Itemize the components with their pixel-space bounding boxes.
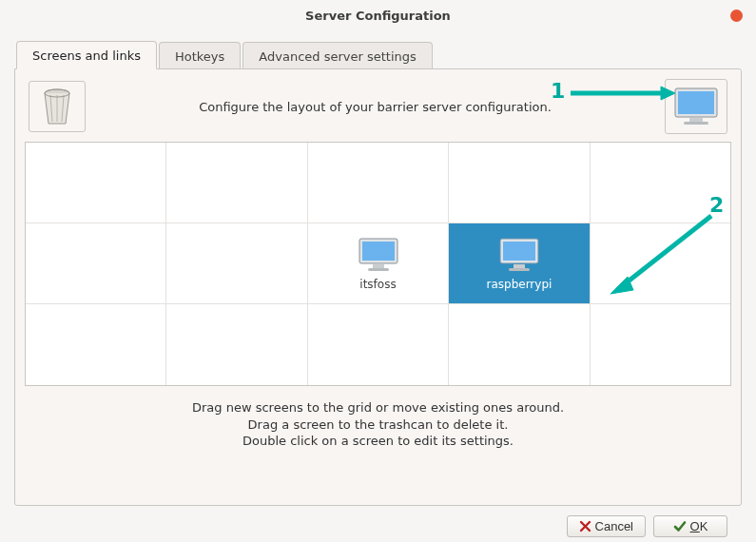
grid-cell[interactable]: [449, 304, 590, 385]
grid-cell[interactable]: [166, 223, 307, 304]
svg-marker-18: [661, 87, 675, 100]
screens-panel: Configure the layout of your barrier ser…: [14, 68, 742, 506]
grid-cell[interactable]: [166, 143, 307, 223]
annotation-number-1: 1: [551, 79, 565, 103]
tab-label: Advanced server settings: [259, 49, 416, 64]
grid-cell-raspberrypi[interactable]: raspberrypi: [449, 223, 590, 304]
ok-icon: [673, 520, 687, 532]
grid-cell[interactable]: [26, 304, 166, 385]
svg-rect-6: [678, 91, 714, 114]
svg-rect-11: [373, 264, 384, 268]
close-icon[interactable]: [730, 10, 743, 22]
tab-label: Hotkeys: [175, 49, 224, 64]
svg-rect-14: [503, 242, 535, 261]
monitor-icon: [497, 236, 541, 274]
monitor-icon: [672, 86, 720, 127]
grid-cell[interactable]: [26, 223, 166, 304]
screen-label: itsfoss: [359, 278, 396, 291]
button-label: OK: [690, 519, 708, 533]
dialog-button-row: Cancel OK: [14, 506, 742, 537]
tab-bar: Screens and links Hotkeys Advanced serve…: [14, 40, 742, 68]
tab-advanced-server-settings[interactable]: Advanced server settings: [242, 42, 432, 69]
svg-rect-15: [514, 264, 525, 268]
grid-cell[interactable]: [449, 143, 590, 223]
instruction-text: Configure the layout of your barrier ser…: [199, 100, 552, 114]
grid-cell[interactable]: [308, 143, 449, 223]
svg-rect-7: [689, 118, 703, 122]
svg-rect-8: [684, 122, 708, 125]
cancel-icon: [579, 520, 591, 532]
hint-block: Drag new screens to the grid or move exi…: [25, 386, 731, 454]
grid-cell[interactable]: [166, 304, 307, 385]
cancel-button[interactable]: Cancel: [567, 515, 646, 537]
tab-label: Screens and links: [32, 48, 141, 63]
window-title: Server Configuration: [305, 9, 451, 23]
svg-line-19: [622, 216, 711, 286]
hint-line: Double click on a screen to edit its set…: [25, 433, 731, 450]
screen-label: raspberrypi: [486, 278, 552, 291]
grid-cell[interactable]: [26, 143, 166, 223]
svg-rect-12: [368, 268, 389, 271]
grid-cell[interactable]: [591, 304, 730, 385]
hint-line: Drag a screen to the trashcan to delete …: [25, 416, 731, 434]
trashcan-dropzone[interactable]: [29, 81, 86, 132]
monitor-icon: [357, 236, 400, 274]
tab-hotkeys[interactable]: Hotkeys: [159, 42, 241, 69]
button-label: Cancel: [595, 519, 633, 533]
trash-icon: [41, 87, 73, 126]
annotation-arrow-icon: [605, 212, 719, 298]
svg-rect-10: [362, 242, 395, 261]
ok-button[interactable]: OK: [653, 515, 727, 537]
svg-rect-16: [509, 268, 530, 271]
hint-line: Drag new screens to the grid or move exi…: [25, 399, 731, 416]
annotation-arrow-icon: [571, 85, 675, 102]
grid-cell-itsfoss[interactable]: itsfoss: [308, 223, 449, 304]
tab-screens-and-links[interactable]: Screens and links: [16, 41, 157, 69]
titlebar: Server Configuration: [0, 0, 756, 30]
grid-cell[interactable]: [308, 304, 449, 385]
